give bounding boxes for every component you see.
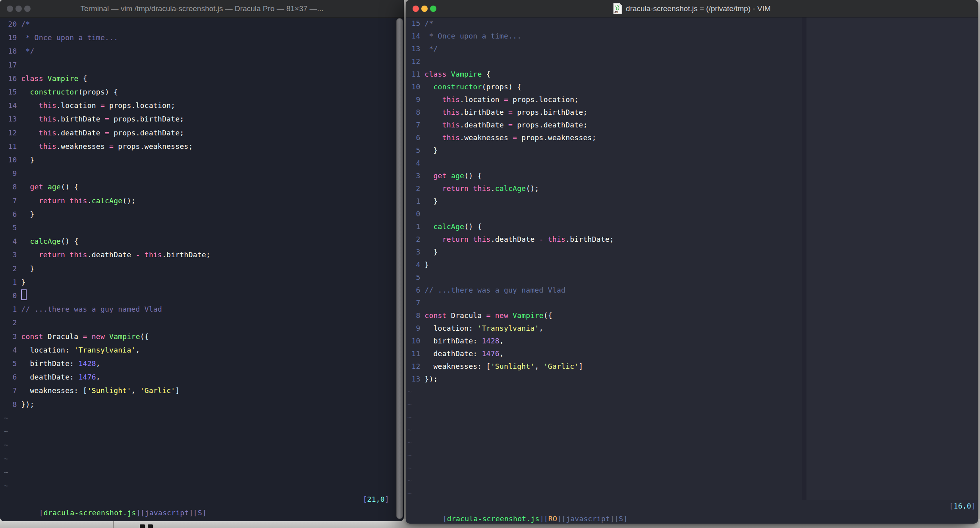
code-token: weaknesses: [	[21, 386, 87, 395]
code-line[interactable]: 1 }	[407, 195, 978, 208]
code-token	[491, 311, 495, 320]
code-line[interactable]: 0	[407, 208, 978, 220]
line-number: 6	[4, 208, 17, 221]
code-token: props.birthDate;	[513, 108, 587, 116]
code-line[interactable]: 4}	[407, 258, 978, 271]
code-token: this	[442, 108, 460, 116]
code-line[interactable]: 7 return this.calcAge();	[4, 194, 404, 208]
code-line[interactable]: 11 this.weaknesses = props.weaknesses;	[4, 140, 404, 153]
code-line[interactable]: 16class Vampire {	[4, 72, 404, 85]
code-line[interactable]: 8const Dracula = new Vampire({	[407, 309, 978, 322]
code-line[interactable]: 3 get age() {	[407, 170, 978, 182]
code-line[interactable]: 2 return this.deathDate - this.birthDate…	[407, 233, 978, 246]
code-line[interactable]: 13 */	[407, 42, 978, 55]
code-token: .	[491, 184, 495, 193]
code-lines[interactable]: 20/*19 * Once upon a time...18 */1716cla…	[4, 17, 404, 493]
code-line[interactable]: 8});	[4, 398, 404, 411]
code-line[interactable]: 8 this.birthDate = props.birthDate;	[407, 106, 978, 119]
code-token: const	[424, 311, 446, 320]
code-line[interactable]: 8 get age() {	[4, 180, 404, 194]
line-number: 0	[4, 289, 17, 303]
minimize-button[interactable]	[421, 6, 428, 12]
code-line[interactable]: 2 return this.calcAge();	[407, 182, 978, 195]
code-line[interactable]: 3 return this.deathDate - this.birthDate…	[4, 248, 404, 262]
code-line[interactable]: 1}	[4, 276, 404, 289]
minimize-button[interactable]	[15, 6, 22, 12]
code-line[interactable]: 6 }	[4, 208, 404, 221]
code-line[interactable]: 19 * Once upon a time...	[4, 31, 404, 44]
code-line[interactable]: 1 calcAge() {	[407, 220, 978, 233]
line-number: 13	[407, 42, 421, 55]
code-line[interactable]: 10 constructor(props) {	[407, 81, 978, 93]
code-line[interactable]: 2	[4, 316, 404, 330]
code-line[interactable]: 11class Vampire {	[407, 68, 978, 81]
code-token: deathDate:	[424, 349, 482, 358]
line-number: 14	[407, 30, 421, 42]
code-token	[21, 197, 39, 205]
code-line[interactable]: 17	[4, 58, 404, 72]
code-line[interactable]: 5	[407, 271, 978, 284]
code-token	[21, 237, 30, 245]
code-line[interactable]: 1// ...there was a guy named Vlad	[4, 303, 404, 316]
code-line[interactable]: 5	[4, 221, 404, 235]
code-token	[140, 251, 145, 259]
code-line[interactable]: 9 this.location = props.location;	[407, 93, 978, 106]
code-line[interactable]: 15/*	[407, 17, 978, 30]
code-line[interactable]: 4 calcAge() {	[4, 235, 404, 248]
line-number: 4	[407, 157, 421, 170]
code-line[interactable]: 6// ...there was a guy named Vlad	[407, 284, 978, 297]
code-line[interactable]: 12 weaknesses: ['Sunlight', 'Garlic']	[407, 360, 978, 373]
code-line[interactable]: 11 deathDate: 1476,	[407, 347, 978, 360]
zoom-button[interactable]	[430, 6, 436, 12]
line-number: 1	[407, 195, 421, 208]
code-line[interactable]: 14 this.location = props.location;	[4, 99, 404, 112]
code-token: return	[39, 251, 66, 259]
code-line[interactable]: 2 }	[4, 262, 404, 276]
window-title: JS dracula-screenshot.js = (/private/tmp…	[613, 3, 771, 14]
code-line[interactable]: 10 birthDate: 1428,	[407, 335, 978, 347]
code-line[interactable]: 15 constructor(props) {	[4, 85, 404, 99]
code-line[interactable]: 6 deathDate: 1476,	[4, 370, 404, 384]
code-token: =	[100, 101, 105, 110]
code-token: return	[442, 235, 469, 243]
code-line[interactable]: 12	[407, 55, 978, 68]
line-number: 3	[4, 330, 17, 343]
code-line[interactable]: 4 location: 'Transylvania',	[4, 343, 404, 357]
code-line[interactable]: 6 this.weaknesses = props.weaknesses;	[407, 131, 978, 144]
code-line[interactable]: 14 * Once upon a time...	[407, 30, 978, 42]
code-line[interactable]: 12 this.deathDate = props.deathDate;	[4, 126, 404, 140]
window-controls	[413, 0, 436, 17]
code-line[interactable]: 0	[4, 289, 404, 303]
code-line[interactable]: 7 weaknesses: ['Sunlight', 'Garlic']	[4, 384, 404, 397]
line-number: 8	[4, 398, 17, 411]
code-token: ({	[544, 311, 552, 320]
scrollbar[interactable]	[396, 18, 403, 519]
code-token	[21, 101, 39, 110]
code-token: ]	[579, 362, 583, 370]
code-line[interactable]: 7 this.deathDate = props.deathDate;	[407, 119, 978, 131]
code-token: .location	[460, 95, 504, 104]
code-area[interactable]: 15/*14 * Once upon a time...13 */1211cla…	[406, 17, 978, 524]
code-line[interactable]: 9 location: 'Transylvania',	[407, 322, 978, 335]
code-line[interactable]: 5 birthDate: 1428,	[4, 357, 404, 370]
macvim-titlebar[interactable]: JS dracula-screenshot.js = (/private/tmp…	[406, 0, 978, 17]
code-line[interactable]: 9	[4, 167, 404, 180]
code-line[interactable]: 20/*	[4, 17, 404, 31]
close-button[interactable]	[413, 6, 419, 12]
code-line[interactable]: 4	[407, 157, 978, 170]
zoom-button[interactable]	[24, 6, 31, 12]
close-button[interactable]	[7, 6, 13, 12]
code-token: }	[424, 146, 438, 154]
code-token: */	[424, 44, 438, 53]
code-line[interactable]: 3const Dracula = new Vampire({	[4, 330, 404, 343]
code-area[interactable]: 20/*19 * Once upon a time...18 */1716cla…	[0, 17, 404, 521]
code-line[interactable]: 5 }	[407, 144, 978, 157]
code-lines[interactable]: 15/*14 * Once upon a time...13 */1211cla…	[407, 17, 978, 500]
code-line[interactable]: 13 this.birthDate = props.birthDate;	[4, 112, 404, 126]
code-line[interactable]: 3 }	[407, 246, 978, 258]
code-line[interactable]: 10 }	[4, 153, 404, 167]
terminal-titlebar[interactable]: Terminal — vim /tmp/dracula-screenshot.j…	[0, 0, 404, 18]
code-line[interactable]: 18 */	[4, 44, 404, 58]
code-line[interactable]: 7	[407, 297, 978, 309]
code-line[interactable]: 13});	[407, 373, 978, 385]
